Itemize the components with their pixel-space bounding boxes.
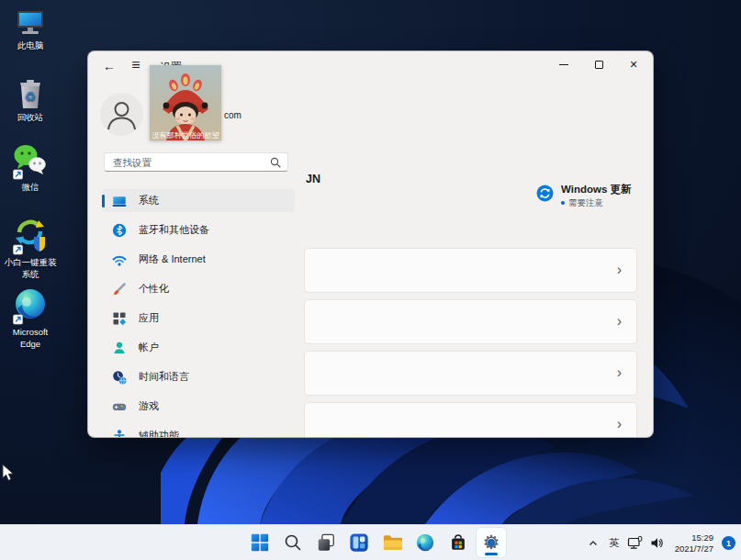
desktop-icon-recycle-bin[interactable]: ♻ 回收站 <box>0 77 61 124</box>
recycle-glyph: ♻ <box>25 89 37 104</box>
nav-item-apps[interactable]: 应用 <box>102 307 295 330</box>
windows-update-status: 需要注意 <box>561 197 603 209</box>
nav-label: 个性化 <box>139 282 169 296</box>
nav-item-system[interactable]: 系统 <box>102 189 295 212</box>
account-picture: 没有那种世俗的欲望 <box>150 65 221 140</box>
system-icon <box>112 194 127 208</box>
desktop-icon-label: 此电脑 <box>0 40 61 52</box>
minimize-icon <box>559 64 568 65</box>
taskbar-buttons: ⚙ <box>245 528 506 557</box>
wifi-icon <box>112 252 127 267</box>
taskbar-search-button[interactable] <box>278 528 308 557</box>
input-language-indicator[interactable]: 英 <box>607 536 622 550</box>
settings-card[interactable]: › <box>304 402 637 438</box>
store-icon <box>448 532 468 553</box>
settings-window: ← ≡ 设置 ✕ <box>87 50 654 438</box>
nav-item-accounts[interactable]: 帐户 <box>102 336 295 359</box>
settings-card[interactable]: › <box>304 351 637 396</box>
paintbrush-icon <box>112 282 127 297</box>
maximize-icon <box>595 61 603 69</box>
person-icon <box>100 93 143 136</box>
nav-label: 网络 & Internet <box>139 252 206 266</box>
close-button[interactable]: ✕ <box>616 51 651 78</box>
system-tray: 英 15:29 2021/7/27 1 <box>585 525 735 560</box>
nav-label: 应用 <box>139 311 159 325</box>
clock[interactable]: 15:29 2021/7/27 <box>675 532 713 554</box>
nav-item-personalization[interactable]: 个性化 <box>102 277 295 300</box>
settings-search <box>104 152 288 172</box>
tray-expand-button[interactable] <box>585 535 601 552</box>
wechat-icon <box>13 143 48 180</box>
start-button[interactable] <box>245 528 275 557</box>
nav-item-time-language[interactable]: 时间和语言 <box>102 365 295 388</box>
file-explorer-icon <box>382 532 403 553</box>
meme-caption: 没有那种世俗的欲望 <box>152 131 219 140</box>
tray-time: 15:29 <box>691 532 713 543</box>
accessibility-icon <box>112 429 127 439</box>
chevron-right-icon: › <box>617 415 622 431</box>
account-email-fragment: com <box>224 110 241 120</box>
tray-date: 2021/7/27 <box>675 543 713 554</box>
status-dot-icon <box>561 201 565 205</box>
nav-item-accessibility[interactable]: 辅助功能 <box>102 424 295 438</box>
search-icon <box>270 157 281 168</box>
desktop-icon-label: Edge <box>0 339 61 351</box>
nav-label: 游戏 <box>139 399 159 413</box>
menu-icon[interactable]: ≡ <box>127 56 145 74</box>
desktop-icon-label: 回收站 <box>0 112 61 124</box>
account-person-icon <box>112 341 127 355</box>
recycle-bin-icon: ♻ <box>17 77 44 110</box>
chevron-right-icon: › <box>617 261 622 277</box>
nav-item-bluetooth-devices[interactable]: 蓝牙和其他设备 <box>102 218 295 241</box>
taskbar: ⚙ 英 <box>0 524 741 560</box>
widgets-icon <box>349 532 369 553</box>
nav-item-gaming[interactable]: 游戏 <box>102 395 295 418</box>
close-icon: ✕ <box>629 60 637 70</box>
settings-button[interactable]: ⚙ <box>477 528 506 557</box>
start-icon <box>250 532 270 553</box>
mouse-cursor <box>2 464 15 482</box>
nav-label: 系统 <box>139 194 159 207</box>
widgets-button[interactable] <box>344 528 374 557</box>
volume-icon[interactable] <box>649 535 666 552</box>
chevron-up-icon <box>587 537 600 550</box>
network-icon[interactable] <box>627 535 644 552</box>
gear-icon: ⚙ <box>483 533 500 553</box>
settings-nav: 系统 蓝牙和其他设备 <box>102 189 295 438</box>
clock-globe-icon <box>112 370 127 385</box>
nav-label: 蓝牙和其他设备 <box>139 223 209 237</box>
store-button[interactable] <box>443 528 473 557</box>
desktop: 此电脑 ♻ 回收站 微信 <box>0 0 741 560</box>
apps-icon <box>112 311 127 326</box>
desktop-icon-wechat[interactable]: 微信 <box>0 143 61 194</box>
avatar[interactable] <box>100 93 143 136</box>
nav-label: 辅助功能 <box>139 429 179 438</box>
gamepad-icon <box>112 399 127 414</box>
search-input[interactable] <box>105 157 270 168</box>
settings-card[interactable]: › <box>304 299 637 344</box>
task-view-button[interactable] <box>311 528 341 557</box>
desktop-icon-label: 系统 <box>0 269 61 281</box>
desktop-icon-label: 小白一键重装 <box>0 257 61 269</box>
back-icon[interactable]: ← <box>100 57 118 75</box>
notification-badge[interactable]: 1 <box>722 536 735 550</box>
minimize-button[interactable] <box>546 51 581 78</box>
windows-update-title: Windows 更新 <box>561 183 632 196</box>
windows-update-icon <box>536 185 554 206</box>
desktop-icon-label: 微信 <box>0 182 61 194</box>
task-view-icon <box>316 532 336 553</box>
desktop-icon-this-pc[interactable]: 此电脑 <box>0 9 61 52</box>
taskbar-search-icon <box>283 532 303 553</box>
file-explorer-button[interactable] <box>377 528 407 557</box>
bluetooth-icon <box>112 223 127 238</box>
maximize-button[interactable] <box>581 51 616 78</box>
nav-label: 帐户 <box>139 341 159 354</box>
settings-card[interactable]: › <box>304 248 637 293</box>
nav-item-network-internet[interactable]: 网络 & Internet <box>102 248 295 271</box>
edge-button[interactable] <box>410 528 440 557</box>
desktop-icon-edge[interactable]: Microsoft Edge <box>0 288 61 350</box>
xiaobai-reinstall-icon <box>13 217 48 255</box>
desktop-icon-label: Microsoft <box>0 327 61 339</box>
nav-label: 时间和语言 <box>139 370 189 384</box>
desktop-icon-xiaobai[interactable]: 小白一键重装 系统 <box>0 217 61 280</box>
